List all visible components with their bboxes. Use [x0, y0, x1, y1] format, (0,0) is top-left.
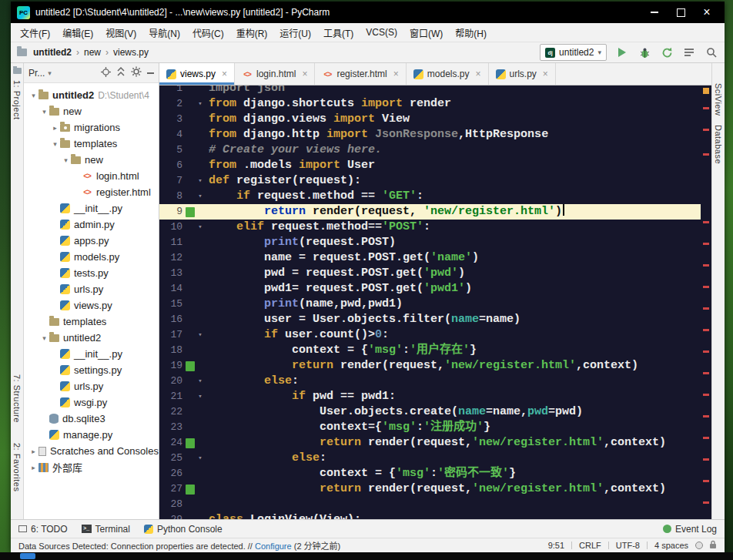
editor-gutter[interactable]: 3 — [159, 112, 209, 127]
fold-arrow-icon[interactable]: ▾ — [195, 451, 206, 466]
line-number[interactable]: 19 — [164, 358, 182, 374]
inspections-status-icon[interactable] — [703, 88, 709, 94]
tree-item[interactable]: ▾untitled2D:\Student\4 — [24, 87, 159, 103]
tree-item[interactable]: ▾untitled2 — [24, 330, 159, 346]
code-line[interactable]: 1import json — [159, 86, 711, 96]
line-number[interactable]: 20 — [164, 374, 182, 389]
line-number[interactable]: 9 — [164, 204, 182, 220]
tree-expand-arrow-icon[interactable]: ▾ — [39, 108, 49, 116]
line-number[interactable]: 7 — [164, 173, 182, 189]
tool-stripe-button[interactable]: 1: Project — [12, 80, 22, 119]
title-bar[interactable]: PC untitled2 [D:\Student\4\untitled2] - … — [11, 2, 725, 23]
error-mark[interactable] — [703, 437, 709, 439]
editor-gutter[interactable]: 16 — [159, 312, 209, 327]
breadcrumb-item[interactable]: views.py — [112, 47, 150, 58]
line-number[interactable]: 8 — [164, 189, 182, 204]
code-line[interactable]: 11 print(request.POST) — [159, 235, 711, 250]
tab-close-icon[interactable]: × — [302, 69, 307, 79]
status-item[interactable]: UTF-8 — [616, 541, 640, 550]
line-number[interactable]: 2 — [164, 96, 182, 112]
code-line[interactable]: 16 user = User.objects.filter(name=name) — [159, 312, 711, 327]
menu-item[interactable]: 帮助(H) — [449, 26, 493, 39]
breadcrumb-item[interactable]: untitled2 — [32, 47, 73, 58]
error-mark[interactable] — [703, 264, 709, 267]
editor-gutter[interactable]: 25▾ — [159, 451, 209, 466]
editor-gutter[interactable]: 2▾ — [159, 96, 209, 112]
tree-item[interactable]: __init__.py — [24, 200, 159, 216]
tab-close-icon[interactable]: × — [222, 69, 227, 79]
menu-item[interactable]: 导航(N) — [142, 26, 186, 39]
tool-stripe-button[interactable]: 7: Structure — [12, 374, 22, 423]
menu-item[interactable]: 编辑(E) — [56, 26, 99, 39]
fold-arrow-icon[interactable]: ▾ — [195, 389, 206, 404]
tree-expand-arrow-icon[interactable]: ▾ — [50, 140, 60, 148]
line-number[interactable]: 24 — [164, 435, 182, 451]
menu-item[interactable]: VCS(S) — [360, 27, 403, 38]
event-log-button[interactable]: Event Log — [663, 524, 717, 535]
editor-tab[interactable]: urls.py× — [489, 63, 556, 85]
menu-item[interactable]: 文件(F) — [14, 26, 56, 39]
tree-item[interactable]: apps.py — [24, 233, 159, 249]
tree-item[interactable]: ▸migrations — [24, 119, 159, 136]
line-number[interactable]: 3 — [164, 112, 182, 127]
error-mark[interactable] — [703, 415, 709, 417]
editor-gutter[interactable]: 28 — [159, 497, 209, 512]
line-number[interactable]: 23 — [164, 420, 182, 435]
collapse-all-button[interactable] — [116, 67, 126, 79]
code-line[interactable]: 29class LoginView(View): — [159, 512, 711, 519]
tool-window-button[interactable]: Terminal — [82, 524, 130, 535]
menu-item[interactable]: 工具(T) — [317, 26, 360, 39]
hide-panel-button[interactable] — [147, 72, 154, 74]
menu-item[interactable]: 视图(V) — [99, 26, 142, 39]
code-line[interactable]: 27 return render(request,'new/register.h… — [159, 481, 711, 497]
tree-item[interactable]: wsgi.py — [24, 394, 159, 411]
tree-expand-arrow-icon[interactable]: ▸ — [50, 124, 60, 132]
highlighting-level-icon[interactable] — [695, 542, 703, 549]
code-line[interactable]: 19 return render(request,'new/register.h… — [159, 358, 711, 374]
configure-link[interactable]: Configure — [255, 542, 292, 551]
editor-tab[interactable]: register.html× — [315, 63, 406, 85]
tab-close-icon[interactable]: × — [543, 69, 548, 79]
line-number[interactable]: 16 — [164, 312, 182, 327]
error-mark[interactable] — [703, 221, 709, 223]
editor-gutter[interactable]: 20▾ — [159, 374, 209, 389]
tree-item[interactable]: db.sqlite3 — [24, 411, 159, 427]
tree-expand-arrow-icon[interactable]: ▸ — [28, 464, 38, 471]
tree-item[interactable]: tests.py — [24, 265, 159, 281]
error-mark[interactable] — [703, 129, 709, 131]
code-line[interactable]: 3from django.views import View — [159, 112, 711, 127]
run-configuration-select[interactable]: dj untitled2 ▾ — [540, 44, 607, 61]
tree-item[interactable]: ▸外部库 — [24, 459, 159, 475]
editor-gutter[interactable]: 6 — [159, 158, 209, 173]
breadcrumb-item[interactable]: new — [82, 47, 102, 58]
editor-gutter[interactable]: 12 — [159, 250, 209, 266]
tree-item[interactable]: views.py — [24, 297, 159, 314]
editor-tab[interactable]: models.py× — [407, 63, 489, 85]
line-number[interactable]: 22 — [164, 404, 182, 420]
tree-expand-arrow-icon[interactable]: ▾ — [61, 156, 71, 164]
line-number[interactable]: 25 — [164, 451, 182, 466]
project-panel-title[interactable]: Pr... — [28, 68, 45, 79]
fold-arrow-icon[interactable]: ▾ — [195, 374, 206, 389]
tree-item[interactable]: urls.py — [24, 281, 159, 297]
run-with-coverage-button[interactable] — [660, 45, 674, 59]
error-mark[interactable] — [703, 329, 709, 331]
line-number[interactable]: 4 — [164, 127, 182, 143]
line-number[interactable]: 18 — [164, 343, 182, 358]
tree-item[interactable]: register.html — [24, 184, 159, 200]
menu-item[interactable]: 窗口(W) — [403, 26, 449, 39]
editor-gutter[interactable]: 27 — [159, 481, 209, 497]
tree-expand-arrow-icon[interactable]: ▾ — [39, 334, 49, 342]
code-line[interactable]: 12 name = request.POST.get('name') — [159, 250, 711, 266]
tool-window-button[interactable]: 6: TODO — [18, 524, 68, 535]
error-mark[interactable] — [703, 372, 709, 374]
line-number[interactable]: 14 — [164, 281, 182, 297]
code-line[interactable]: 9 return render(request, 'new/register.h… — [159, 204, 711, 220]
error-mark[interactable] — [703, 107, 709, 109]
tool-stripe-button[interactable]: SciView — [714, 83, 723, 116]
line-number[interactable]: 10 — [164, 220, 182, 235]
error-mark[interactable] — [703, 286, 709, 288]
line-number[interactable]: 28 — [164, 497, 182, 512]
line-number[interactable]: 11 — [164, 235, 182, 250]
error-stripe-scrollbar[interactable] — [701, 86, 711, 519]
